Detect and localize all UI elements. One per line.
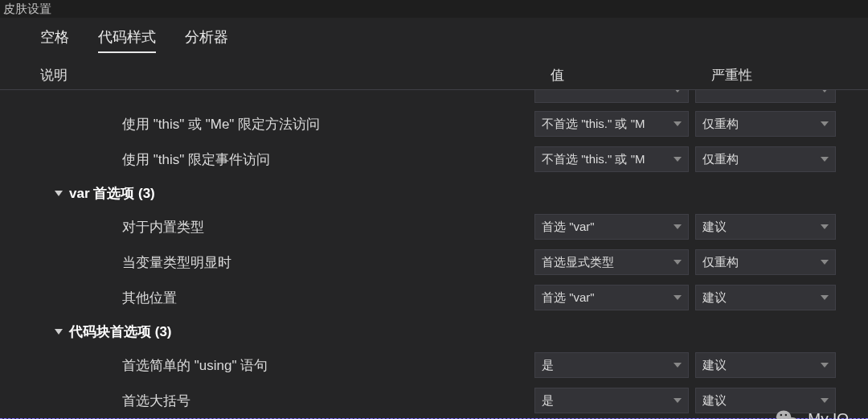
chevron-down-icon (674, 121, 682, 126)
severity-dropdown[interactable]: 仅重构 (695, 146, 836, 172)
severity-dropdown[interactable]: 仅重构 (695, 249, 836, 275)
expand-icon (55, 191, 63, 196)
value-text: 首选 "var" (542, 290, 595, 306)
chevron-down-icon (674, 90, 682, 92)
severity-text: 仅重构 (702, 152, 739, 167)
expand-icon (55, 329, 63, 335)
chevron-down-icon (674, 260, 682, 265)
value-text: 首选 "var" (542, 220, 595, 235)
severity-text: 建议 (702, 393, 727, 409)
settings-grid: 使用 "this" 或 "Me" 限定方法访问不首选 "this." 或 "M仅… (0, 90, 868, 419)
col-desc: 说明 (40, 66, 551, 84)
value-text: 首选显式类型 (542, 255, 614, 270)
chevron-down-icon (821, 157, 829, 162)
setting-desc: 首选大括号 (40, 392, 534, 410)
chevron-down-icon (674, 295, 682, 300)
setting-row[interactable] (0, 90, 868, 106)
setting-desc: 对于内置类型 (40, 218, 534, 236)
chevron-down-icon (674, 224, 682, 229)
group-header[interactable]: var 首选项 (3) (0, 177, 868, 209)
value-text: 是 (542, 358, 554, 373)
severity-dropdown[interactable]: 建议 (695, 285, 836, 310)
setting-row[interactable]: 首选大括号是建议 (0, 383, 868, 418)
chevron-down-icon (821, 260, 829, 265)
chevron-down-icon (821, 224, 829, 229)
setting-row[interactable]: 对于内置类型首选 "var"建议 (0, 209, 868, 244)
chevron-down-icon (821, 90, 829, 92)
tab-1[interactable]: 代码样式 (98, 27, 156, 53)
value-text: 不首选 "this." 或 "M (542, 152, 645, 167)
setting-desc: 使用 "this" 或 "Me" 限定方法访问 (40, 115, 534, 134)
severity-text: 仅重构 (702, 255, 739, 270)
tab-bar: 空格代码样式分析器 (0, 18, 868, 61)
severity-text: 建议 (702, 220, 727, 235)
setting-desc: 当变量类型明显时 (40, 253, 534, 272)
value-dropdown[interactable]: 首选 "var" (534, 285, 689, 310)
severity-dropdown[interactable]: 建议 (695, 214, 836, 240)
tab-2[interactable]: 分析器 (185, 27, 228, 53)
group-header[interactable]: 代码块首选项 (3) (0, 315, 868, 347)
value-dropdown[interactable]: 是 (534, 388, 689, 413)
col-value: 值 (551, 66, 711, 84)
severity-dropdown[interactable] (695, 90, 836, 103)
value-dropdown[interactable]: 首选 "var" (534, 214, 689, 240)
chevron-down-icon (821, 121, 829, 126)
tab-0[interactable]: 空格 (40, 27, 69, 53)
severity-text: 建议 (702, 358, 727, 373)
severity-dropdown[interactable]: 仅重构 (695, 111, 836, 137)
value-dropdown[interactable]: 不首选 "this." 或 "M (534, 146, 689, 172)
setting-desc: 使用 "this" 限定事件访问 (40, 150, 534, 169)
severity-dropdown[interactable]: 建议 (695, 352, 836, 378)
setting-row[interactable]: 当变量类型明显时首选显式类型仅重构 (0, 244, 868, 280)
chevron-down-icon (821, 363, 829, 368)
group-label: var 首选项 (3) (69, 184, 155, 203)
chevron-down-icon (821, 295, 829, 300)
chevron-down-icon (821, 398, 829, 403)
severity-dropdown[interactable]: 建议 (695, 388, 836, 413)
chevron-down-icon (674, 363, 682, 368)
value-text: 是 (542, 393, 554, 409)
chevron-down-icon (674, 398, 682, 403)
chevron-down-icon (674, 157, 682, 162)
setting-row[interactable]: 其他位置首选 "var"建议 (0, 280, 868, 315)
setting-desc: 其他位置 (40, 289, 534, 307)
column-headers: 说明 值 严重性 (0, 61, 868, 90)
value-dropdown[interactable]: 不首选 "this." 或 "M (534, 111, 689, 137)
setting-row[interactable]: 使用 "this" 或 "Me" 限定方法访问不首选 "this." 或 "M仅… (0, 106, 868, 142)
value-text: 不首选 "this." 或 "M (542, 117, 645, 132)
col-severity: 严重性 (711, 66, 840, 84)
severity-text: 仅重构 (702, 117, 739, 132)
severity-text: 建议 (702, 290, 727, 306)
group-label: 代码块首选项 (3) (69, 322, 172, 341)
value-dropdown[interactable]: 首选显式类型 (534, 249, 689, 275)
setting-row[interactable]: 使用 "this" 限定事件访问不首选 "this." 或 "M仅重构 (0, 142, 868, 177)
window-title: 皮肤设置 (0, 0, 868, 18)
setting-desc: 首选简单的 "using" 语句 (40, 356, 534, 375)
value-dropdown[interactable]: 是 (534, 352, 689, 378)
setting-row[interactable]: 首选简单的 "using" 语句是建议 (0, 347, 868, 383)
value-dropdown[interactable] (534, 90, 689, 103)
